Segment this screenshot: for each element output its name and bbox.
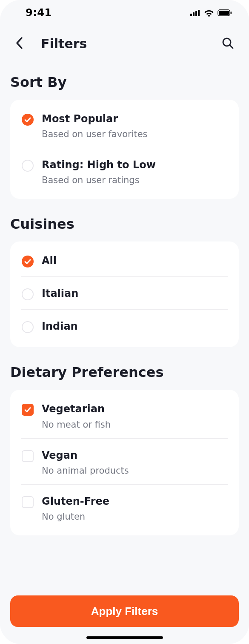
svg-rect-7 (231, 12, 232, 14)
svg-line-9 (230, 45, 233, 48)
checkbox-control (21, 450, 34, 463)
content-scroll[interactable]: Sort By Most Popular Based on user favor… (0, 61, 249, 595)
option-text: Gluten-Free No gluten (42, 495, 228, 522)
svg-rect-0 (190, 14, 192, 16)
dietary-option-vegan[interactable]: Vegan No animal products (21, 438, 228, 479)
option-label: Rating: High to Low (42, 158, 228, 172)
radio-control (21, 288, 34, 301)
svg-rect-1 (193, 12, 195, 16)
cuisine-option-all[interactable]: All (21, 252, 228, 271)
option-sublabel: Based on user ratings (42, 175, 228, 185)
svg-rect-3 (198, 10, 200, 16)
svg-point-4 (208, 15, 210, 17)
apply-filters-button[interactable]: Apply Filters (10, 595, 239, 627)
dietary-option-vegetarian[interactable]: Vegetarian No meat or fish (21, 400, 228, 433)
status-bar: 9:41 (0, 0, 249, 26)
search-button[interactable] (218, 34, 237, 53)
dietary-card: Vegetarian No meat or fish Vegan No anim… (10, 390, 239, 535)
cuisine-option-italian[interactable]: Italian (21, 276, 228, 304)
option-sublabel: No meat or fish (42, 420, 228, 430)
option-sublabel: No gluten (42, 512, 228, 522)
status-icons (190, 9, 232, 17)
sort-option-rating[interactable]: Rating: High to Low Based on user rating… (21, 148, 228, 189)
cuisines-card: All Italian Indian (10, 242, 239, 347)
checkbox-checked-icon (22, 404, 34, 416)
back-button[interactable] (10, 34, 29, 53)
battery-icon (218, 9, 232, 16)
option-text: Italian (42, 287, 228, 300)
option-label: All (42, 254, 228, 267)
radio-control (21, 159, 34, 172)
option-text: All (42, 254, 228, 267)
option-label: Indian (42, 320, 228, 333)
option-text: Rating: High to Low Based on user rating… (42, 158, 228, 185)
checkbox-control (21, 403, 34, 416)
wifi-icon (204, 9, 214, 17)
sort-card: Most Popular Based on user favorites Rat… (10, 100, 239, 199)
option-text: Vegetarian No meat or fish (42, 402, 228, 429)
chevron-left-icon (15, 37, 24, 51)
cuisine-option-indian[interactable]: Indian (21, 309, 228, 337)
radio-checked-icon (22, 256, 34, 267)
section-title-cuisines: Cuisines (10, 216, 239, 232)
option-label: Vegan (42, 449, 228, 462)
section-title-sort: Sort By (10, 74, 239, 90)
radio-control (21, 321, 34, 334)
search-icon (221, 37, 234, 51)
top-nav: Filters (0, 26, 249, 61)
option-label: Most Popular (42, 112, 228, 126)
svg-rect-2 (195, 11, 197, 16)
option-sublabel: Based on user favorites (42, 129, 228, 139)
option-label: Italian (42, 287, 228, 300)
option-text: Indian (42, 320, 228, 333)
option-text: Vegan No animal products (42, 449, 228, 476)
dietary-option-gluten-free[interactable]: Gluten-Free No gluten (21, 484, 228, 525)
section-title-dietary: Dietary Preferences (10, 364, 239, 380)
sort-option-most-popular[interactable]: Most Popular Based on user favorites (21, 110, 228, 143)
option-label: Gluten-Free (42, 495, 228, 508)
device-frame: 9:41 Filters Sort By (0, 0, 249, 644)
radio-unchecked-icon (22, 160, 34, 172)
cellular-icon (190, 9, 200, 16)
checkbox-unchecked-icon (22, 450, 34, 462)
radio-control (21, 113, 34, 126)
home-indicator (86, 636, 163, 639)
checkbox-unchecked-icon (22, 496, 34, 508)
status-time: 9:41 (26, 7, 52, 19)
radio-control (21, 255, 34, 268)
radio-unchecked-icon (22, 321, 34, 333)
radio-unchecked-icon (22, 288, 34, 300)
radio-checked-icon (22, 114, 34, 126)
option-text: Most Popular Based on user favorites (42, 112, 228, 139)
checkbox-control (21, 496, 34, 509)
option-sublabel: No animal products (42, 466, 228, 476)
svg-rect-6 (219, 11, 229, 15)
page-title: Filters (41, 36, 206, 51)
option-label: Vegetarian (42, 402, 228, 416)
